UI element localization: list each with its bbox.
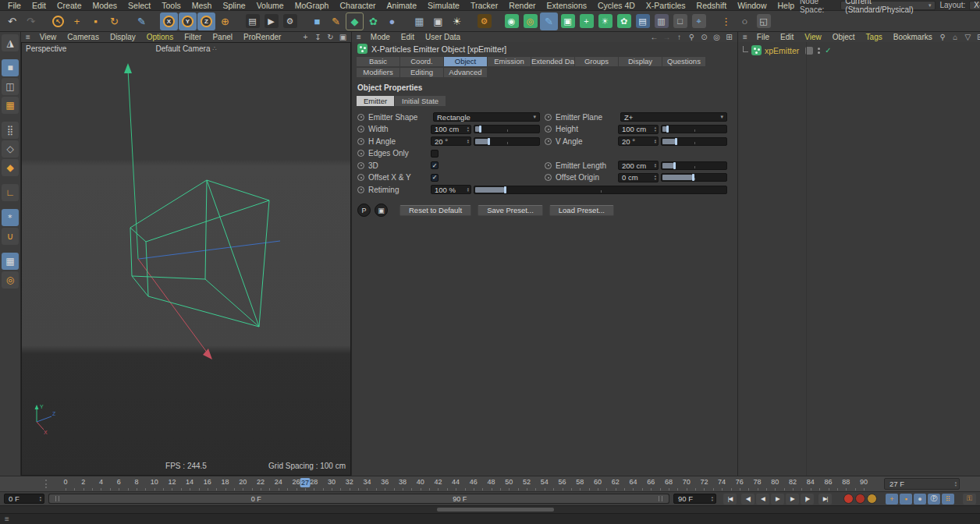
menu-panel[interactable]: Panel (207, 33, 238, 41)
menu-help[interactable]: Help (772, 1, 801, 10)
render-picture-viewer-icon[interactable]: ▶ (262, 12, 280, 30)
magnet-tool-icon[interactable]: ∪ (2, 228, 19, 245)
menu-extensions[interactable]: Extensions (541, 1, 592, 10)
render-view-icon[interactable]: ▤ (243, 12, 261, 30)
record-keyframe-icon[interactable] (843, 494, 854, 504)
subtab-emitter[interactable]: Emitter (357, 96, 394, 106)
offset-xy-checkbox[interactable]: ✓ (431, 174, 439, 182)
range-start-field[interactable]: 0 F▴▾ (4, 494, 44, 504)
animation-dot-icon[interactable] (357, 186, 364, 193)
menu-cycles-4d[interactable]: Cycles 4D (592, 1, 641, 10)
scrollbar-thumb[interactable] (437, 508, 554, 512)
primitive-cube-icon[interactable]: ■ (308, 12, 326, 30)
xp-paint-icon[interactable]: ✎ (540, 12, 558, 30)
stepper-icon[interactable]: ▴▾ (712, 496, 714, 501)
axis-mode-icon[interactable]: ∟ (2, 184, 19, 201)
range-end-field[interactable]: 90 F▴▾ (673, 494, 716, 504)
playhead[interactable]: 27 (300, 478, 310, 487)
h-angle-slider[interactable] (474, 137, 540, 146)
edges-mode-icon[interactable]: ◇ (2, 140, 19, 158)
camera-rotate-icon[interactable]: ↻ (325, 33, 336, 41)
undo-icon[interactable]: ↶ (3, 12, 21, 30)
enabled-check-icon[interactable]: ✓ (825, 46, 831, 55)
3d-checkbox[interactable]: ✓ (431, 161, 439, 169)
menu-tools[interactable]: Tools (156, 1, 186, 10)
path-bar-icon[interactable]: ⌂ (950, 33, 960, 41)
new-panel-icon[interactable]: ⊞ (724, 33, 734, 41)
play-button[interactable]: ▶ (771, 494, 784, 505)
subtab-initial-state[interactable]: Initial State (395, 96, 446, 106)
panel-menu-icon[interactable]: ≡ (26, 33, 30, 41)
ruler-grip[interactable] (45, 480, 50, 488)
panel-menu-icon[interactable]: ≡ (357, 33, 361, 41)
tab-questions[interactable]: Questions (662, 57, 705, 66)
keyframe-selection-button[interactable]: ⚿ (963, 494, 976, 505)
search-icon[interactable]: ⚲ (687, 33, 697, 41)
animation-dot-icon[interactable] (357, 114, 364, 121)
viewport-canvas[interactable]: Perspective Default Camera∴ Y Z X FPS : … (21, 42, 351, 476)
rotate-icon[interactable]: ↻ (105, 12, 123, 30)
xp-sheet-icon[interactable]: □ (671, 12, 689, 30)
status-menu-icon[interactable]: ≡ (5, 515, 9, 523)
camera-label[interactable]: Default Camera∴ (155, 44, 216, 53)
menu-edit[interactable]: Edit (775, 33, 799, 41)
menu-object[interactable]: Object (827, 33, 861, 41)
menu-tags[interactable]: Tags (861, 33, 888, 41)
menu-spline[interactable]: Spline (217, 1, 250, 10)
volume-icon[interactable]: ● (383, 12, 401, 30)
camera-dolly-icon[interactable]: ↧ (313, 33, 323, 41)
menu-select[interactable]: Select (123, 1, 156, 10)
lock-icon[interactable]: ⊙ (699, 33, 709, 41)
menu-filter[interactable]: Filter (179, 33, 207, 41)
viewport-toggle-icon[interactable]: ▣ (338, 33, 348, 41)
animation-dot-icon[interactable] (545, 138, 552, 145)
scale-icon[interactable]: ▪ (87, 12, 105, 30)
record-scale-toggle[interactable]: ▪ (900, 494, 912, 505)
h-angle-input[interactable]: 20 °▴▾ (431, 136, 471, 146)
animation-dot-icon[interactable] (357, 138, 364, 145)
layout-area-icon[interactable]: ◱ (755, 12, 772, 30)
goto-end-button[interactable]: ▶| (818, 494, 832, 505)
autokey-toggle-icon[interactable] (855, 494, 865, 504)
camera-icon[interactable]: ▣ (429, 12, 447, 30)
object-row-xpemitter[interactable]: xpEmitter ✓ (738, 42, 980, 55)
prev-key-button[interactable]: ◀| (741, 494, 755, 505)
om-column-splitter[interactable] (806, 42, 807, 476)
tab-emission[interactable]: Emission (488, 57, 531, 66)
stepper-icon[interactable]: ▴▾ (467, 187, 470, 193)
stepper-icon[interactable]: ▴▾ (40, 496, 42, 501)
emitter-length-input[interactable]: 200 cm▴▾ (618, 161, 659, 170)
height-slider[interactable] (661, 125, 727, 133)
next-frame-button[interactable]: ▶ (786, 494, 799, 505)
animation-dot-icon[interactable] (357, 126, 364, 133)
animation-dot-icon[interactable] (357, 150, 364, 157)
v-angle-slider[interactable] (661, 137, 727, 146)
search-icon[interactable]: ⚲ (938, 33, 948, 41)
stepper-icon[interactable]: ▴▾ (655, 163, 657, 168)
edges-only-checkbox[interactable] (431, 150, 439, 158)
timeline-track[interactable]: 0246810121416182022242628303234363840424… (55, 476, 878, 491)
x-axis-lock-icon[interactable]: X (160, 12, 178, 30)
tab-editing[interactable]: Editing (400, 68, 443, 77)
width-slider[interactable] (474, 125, 540, 133)
xp-explorer-icon[interactable]: ⌖ (690, 12, 708, 30)
target-icon[interactable]: ◎ (712, 33, 722, 41)
workplane-mode-icon[interactable]: ▦ (2, 97, 19, 114)
height-input[interactable]: 100 cm▴▾ (618, 125, 659, 134)
spline-pen-icon[interactable]: ✎ (327, 12, 345, 30)
tab-groups[interactable]: Groups (575, 57, 618, 66)
xp-circle-icon[interactable]: ○ (736, 12, 754, 30)
menu-user-data[interactable]: User Data (420, 33, 466, 41)
parent-object-icon[interactable]: ↑ (674, 33, 684, 41)
stepper-icon[interactable]: ▴▾ (467, 126, 470, 132)
xp-data-icon[interactable]: ▤ (634, 12, 652, 30)
y-axis-lock-icon[interactable]: Y (179, 12, 197, 30)
visibility-dots-icon[interactable] (818, 48, 820, 54)
stepper-icon[interactable]: ▴▾ (955, 481, 957, 487)
xp-fresnel-icon[interactable]: ⋮ (717, 12, 735, 30)
coordinate-system-icon[interactable]: ⊕ (216, 12, 234, 30)
goto-start-button[interactable]: |◀ (723, 494, 737, 505)
menu-cameras[interactable]: Cameras (62, 33, 105, 41)
offset-origin-slider[interactable] (661, 173, 727, 182)
menu-mograph[interactable]: MoGraph (289, 1, 335, 10)
